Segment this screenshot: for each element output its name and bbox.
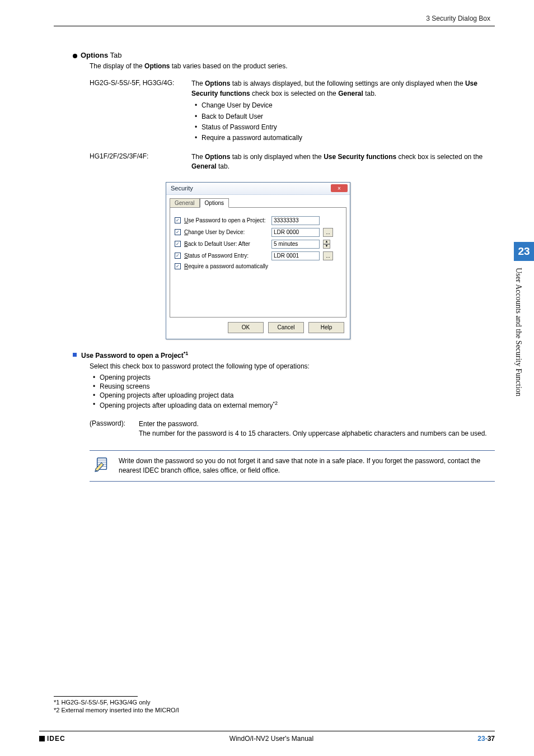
label-require-pw: Require a password automatically [184,263,296,269]
heading-rest: Tab [108,51,121,59]
security-dialog: Security × General Options Use Password … [166,182,350,339]
footer-title: WindO/I-NV2 User's Manual [229,735,313,743]
heading-bold: Options [81,51,108,59]
input-status-pw-device[interactable] [271,251,320,260]
input-back-default-minutes[interactable] [271,240,320,249]
list-item: Opening projects after uploading project… [93,391,495,399]
browse-button-status-pw[interactable]: ... [323,251,333,260]
label-back-default: Back to Default User: After [184,241,268,247]
square-bullet-icon [73,353,77,357]
breadcrumb: 3 Security Dialog Box [54,15,495,22]
tab-options[interactable]: Options [200,198,229,208]
checkbox-back-default[interactable] [175,241,181,247]
password-line2: The number for the password is 4 to 15 c… [139,429,495,438]
password-block: (Password): Enter the password. The numb… [90,419,495,439]
list-item: Status of Password Entry [195,123,495,132]
page-number: 23-37 [477,735,495,743]
list-item: Back to Default User [195,112,495,122]
checkbox-change-user[interactable] [175,229,181,235]
browse-button-change-user[interactable]: ... [323,228,333,237]
checkbox-use-password[interactable] [175,217,181,223]
label-use-password: Use Password to open a Project: [184,217,268,223]
series-desc-1: The Options tab is always displayed, but… [191,79,495,144]
chapter-number: 23 [514,242,534,261]
tab-general[interactable]: General [170,198,200,208]
sub-heading: Use Password to open a Project*1 [73,351,495,360]
series-label-2: HG1F/2F/2S/3F/4F: [90,152,186,172]
logo-text: IDEC [47,735,65,743]
list-item: Opening projects [93,374,495,381]
note-box: Write down the password so you do not fo… [90,450,495,482]
password-key: (Password): [90,419,135,439]
footnote-1: *1 HG2G-S/-5S/-5F, HG3G/4G only [54,699,490,706]
logo-box-icon [39,736,45,741]
list-item: Change User by Device [195,101,495,110]
list-item: Reusing screens [93,382,495,390]
label-change-user: Change User by Device: [184,229,268,235]
series-label-1: HG2G-S/-5S/-5F, HG3G/4G: [90,79,186,144]
checkbox-require-pw[interactable] [175,263,181,269]
list-item: Opening projects after uploading data on… [93,400,495,409]
password-line1: Enter the password. [139,419,495,429]
spinner-minutes[interactable]: ▲▼ [323,240,330,249]
ok-button[interactable]: OK [228,322,264,333]
footnote-2: *2 External memory inserted into the MIC… [54,707,490,713]
list-item: Require a password automatically [195,133,495,143]
note-text: Write down the password so you do not fo… [119,456,491,476]
cancel-button[interactable]: Cancel [268,322,304,333]
chapter-tab: 23 User Accounts and the Security Functi… [514,242,534,446]
section-intro: The display of the Options tab varies ba… [90,62,495,71]
label-status-pw: Status of Password Entry: [184,253,268,259]
page-footer: IDEC WindO/I-NV2 User's Manual 23-37 [39,731,495,743]
checkbox-status-pw[interactable] [175,253,181,259]
help-button[interactable]: Help [308,322,344,333]
series-row-2: HG1F/2F/2S/3F/4F: The Options tab is onl… [90,152,495,172]
series-desc-2: The Options tab is only displayed when t… [191,152,495,172]
input-change-user-device[interactable] [271,228,320,237]
note-icon [93,456,112,476]
bullet-icon [73,54,77,58]
dialog-titlebar: Security × [166,183,350,195]
sub-intro: Select this check box to password protec… [90,362,495,371]
chapter-label: User Accounts and the Security Function [514,261,527,446]
dialog-title: Security [171,185,193,192]
footnotes: *1 HG2G-S/-5S/-5F, HG3G/4G only *2 Exter… [54,696,490,715]
section-heading: Options Tab [73,51,495,59]
series-row-1: HG2G-S/-5S/-5F, HG3G/4G: The Options tab… [90,79,495,144]
close-button[interactable]: × [331,184,348,192]
logo: IDEC [39,735,65,743]
options-panel: Use Password to open a Project: Change U… [170,207,346,318]
input-project-password[interactable] [271,216,320,225]
